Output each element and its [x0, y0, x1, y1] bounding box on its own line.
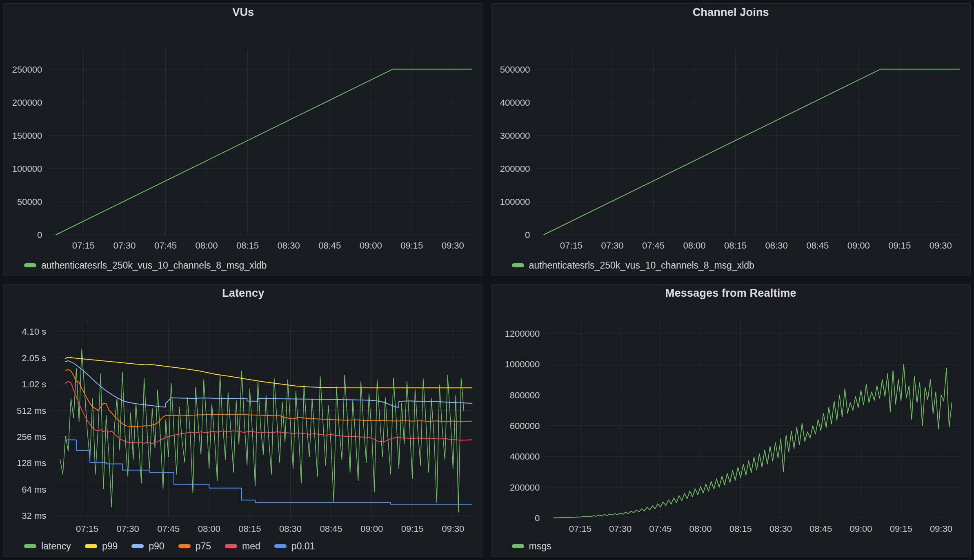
legend-swatch-p75 — [178, 544, 191, 548]
y-tick-label: 256 ms — [17, 432, 46, 442]
y-tick-label: 300000 — [500, 131, 529, 141]
legend-item-authenticatesrls_250k_vus_10_channels_8_msg_xldb[interactable]: authenticatesrls_250k_vus_10_channels_8_… — [512, 260, 754, 271]
x-tick-label: 07:30 — [113, 240, 136, 251]
panel-messages-from-realtime: Messages from Realtime 07:1507:3007:4508… — [491, 284, 971, 557]
vus-chart-canvas[interactable]: 07:1507:3007:4508:0008:1508:3008:4509:00… — [4, 21, 483, 258]
x-tick-label: 08:15 — [236, 240, 259, 251]
panel-title-vus[interactable]: VUs — [4, 4, 483, 21]
x-tick-label: 07:30 — [601, 240, 623, 251]
y-tick-label: 0 — [525, 230, 530, 240]
panel-channel-joins: Channel Joins 07:1507:3007:4508:0008:150… — [491, 3, 971, 276]
legend-label: msgs — [529, 541, 551, 552]
x-tick-label: 09:30 — [442, 524, 464, 534]
x-tick-label: 08:30 — [765, 240, 787, 251]
series-line-authenticatesrls_250k_vus_10_channels_8_msg_xldb — [56, 69, 472, 235]
x-tick-label: 08:00 — [683, 240, 705, 251]
x-tick-label: 07:30 — [117, 524, 139, 534]
x-tick-label: 07:45 — [157, 524, 180, 534]
x-tick-label: 07:45 — [642, 240, 664, 251]
x-tick-label: 09:15 — [400, 240, 423, 251]
y-tick-label: 512 ms — [17, 406, 46, 416]
x-tick-label: 07:30 — [609, 524, 632, 534]
panel-title-channel-joins[interactable]: Channel Joins — [491, 4, 971, 21]
y-tick-label: 50000 — [17, 197, 42, 207]
panel-vus: VUs 07:1507:3007:4508:0008:1508:3008:450… — [3, 3, 483, 276]
x-tick-label: 08:15 — [238, 524, 261, 534]
legend-label: med — [242, 541, 260, 552]
series-line-latency — [60, 349, 464, 512]
legend-label: authenticatesrls_250k_vus_10_channels_8_… — [41, 260, 267, 271]
legend-swatch-p0.01 — [274, 544, 287, 548]
legend-item-p0.01[interactable]: p0.01 — [274, 541, 315, 552]
legend-item-authenticatesrls_250k_vus_10_channels_8_msg_xldb[interactable]: authenticatesrls_250k_vus_10_channels_8_… — [24, 260, 267, 271]
x-tick-label: 09:00 — [847, 240, 869, 251]
x-tick-label: 09:00 — [360, 524, 383, 534]
y-tick-label: 250000 — [12, 64, 42, 75]
legend-item-latency[interactable]: latency — [24, 541, 71, 552]
x-tick-label: 07:15 — [76, 524, 98, 534]
y-tick-label: 150000 — [12, 131, 42, 141]
y-tick-label: 4.10 s — [22, 327, 46, 337]
legend-label: p90 — [149, 541, 164, 552]
legend-swatch-p90 — [131, 544, 144, 548]
legend-swatch-authenticatesrls_250k_vus_10_channels_8_msg_xldb — [24, 263, 36, 267]
legend-label: p75 — [196, 541, 211, 552]
y-tick-label: 0 — [535, 513, 540, 523]
legend-item-med[interactable]: med — [225, 541, 260, 552]
legend-swatch-msgs — [512, 544, 524, 548]
y-tick-label: 32 ms — [22, 511, 46, 521]
x-tick-label: 09:00 — [360, 240, 382, 251]
x-tick-label: 09:15 — [401, 524, 424, 534]
x-tick-label: 08:15 — [724, 240, 747, 251]
y-tick-label: 1.02 s — [22, 379, 46, 389]
latency-chart-canvas[interactable]: 07:1507:3007:4508:0008:1508:3008:4509:00… — [4, 302, 483, 538]
x-tick-label: 08:45 — [318, 240, 341, 251]
latency-legend: latencyp99p90p75medp0.01 — [4, 538, 483, 556]
panel-title-messages[interactable]: Messages from Realtime — [491, 284, 971, 302]
channel-joins-chart-canvas[interactable]: 07:1507:3007:4508:0008:1508:3008:4509:00… — [491, 21, 971, 258]
y-tick-label: 800000 — [509, 390, 539, 400]
x-tick-label: 09:30 — [442, 240, 464, 251]
legend-label: authenticatesrls_250k_vus_10_channels_8_… — [529, 260, 754, 271]
legend-label: p0.01 — [291, 541, 315, 552]
y-tick-label: 1200000 — [505, 329, 540, 339]
legend-item-p99[interactable]: p99 — [85, 541, 118, 552]
x-tick-label: 08:30 — [769, 524, 792, 534]
panel-title-latency[interactable]: Latency — [4, 284, 483, 302]
series-line-p99 — [65, 357, 472, 388]
messages-legend: msgs — [491, 538, 971, 556]
x-tick-label: 08:15 — [729, 524, 752, 534]
y-tick-label: 200000 — [500, 164, 529, 174]
x-tick-label: 07:15 — [560, 240, 582, 251]
panel-latency: Latency 07:1507:3007:4508:0008:1508:3008… — [3, 284, 483, 557]
x-tick-label: 09:15 — [889, 524, 912, 534]
legend-item-p90[interactable]: p90 — [131, 541, 164, 552]
legend-label: latency — [41, 541, 71, 552]
legend-item-msgs[interactable]: msgs — [512, 541, 551, 552]
y-tick-label: 64 ms — [22, 484, 46, 495]
x-tick-label: 07:15 — [72, 240, 95, 251]
legend-item-p75[interactable]: p75 — [178, 541, 211, 552]
x-tick-label: 09:30 — [929, 240, 952, 251]
y-tick-label: 500000 — [500, 64, 529, 75]
grafana-dashboard: VUs 07:1507:3007:4508:0008:1508:3008:450… — [0, 0, 974, 560]
x-tick-label: 07:45 — [154, 240, 177, 251]
series-line-msgs — [553, 364, 952, 518]
x-tick-label: 08:00 — [196, 240, 218, 251]
y-tick-label: 100000 — [500, 197, 529, 207]
x-tick-label: 09:00 — [849, 524, 872, 534]
x-tick-label: 07:15 — [569, 524, 591, 534]
legend-swatch-med — [225, 544, 237, 548]
y-tick-label: 400000 — [500, 98, 529, 108]
channel-joins-legend: authenticatesrls_250k_vus_10_channels_8_… — [491, 258, 971, 276]
x-tick-label: 09:15 — [888, 240, 911, 251]
y-tick-label: 100000 — [12, 164, 42, 174]
y-tick-label: 200000 — [12, 98, 42, 108]
x-tick-label: 07:45 — [649, 524, 672, 534]
series-line-authenticatesrls_250k_vus_10_channels_8_msg_xldb — [544, 69, 960, 235]
legend-label: p99 — [102, 541, 118, 552]
x-tick-label: 08:30 — [279, 524, 302, 534]
messages-chart-canvas[interactable]: 07:1507:3007:4508:0008:1508:3008:4509:00… — [491, 302, 971, 538]
x-tick-label: 08:30 — [278, 240, 300, 251]
y-tick-label: 1000000 — [505, 359, 540, 369]
